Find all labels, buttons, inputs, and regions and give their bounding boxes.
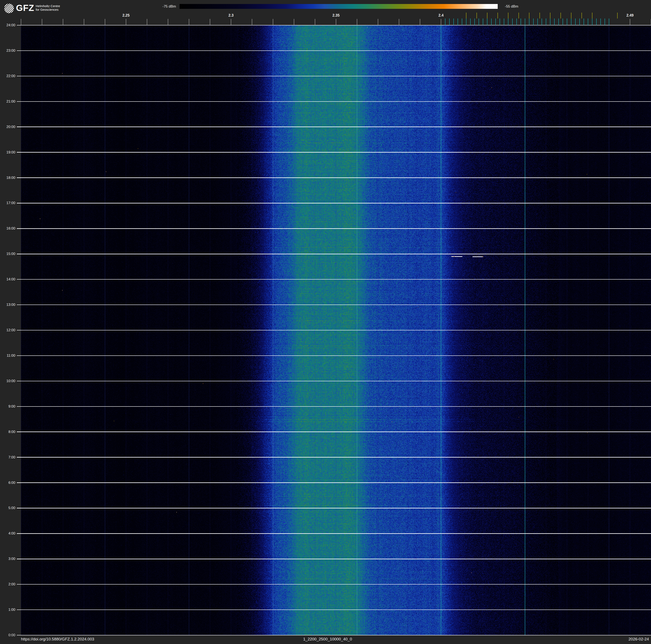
- hour-gridline: [17, 177, 651, 178]
- date-text: 2026-02-24: [628, 637, 649, 642]
- freq-tick-minor: [399, 19, 399, 25]
- ism-band-tick: [504, 19, 504, 25]
- freq-tick-minor: [420, 19, 421, 25]
- ism-band-tick: [445, 19, 445, 25]
- hour-gridline: [17, 228, 651, 229]
- ism-band-tick: [449, 19, 450, 25]
- logo-acronym: GFZ: [16, 3, 34, 13]
- freq-tick-minor: [357, 19, 358, 25]
- hour-gridline: [17, 482, 651, 483]
- time-axis-label: 7:00: [0, 455, 15, 460]
- ism-band-tick: [512, 19, 513, 25]
- hour-gridline: [17, 254, 651, 254]
- hour-gridline: [17, 406, 651, 407]
- hour-gridline: [17, 432, 651, 432]
- wifi-channel-tick: [571, 12, 571, 19]
- ism-band-tick: [508, 19, 508, 25]
- freq-tick-minor: [336, 19, 336, 25]
- time-axis-label: 20:00: [0, 125, 15, 129]
- freq-tick-minor: [441, 19, 441, 25]
- colorbar-min-label: -75 dBm: [162, 4, 176, 9]
- hour-gridline: [17, 279, 651, 280]
- ism-band-tick: [537, 19, 538, 25]
- hour-gridline: [17, 152, 651, 153]
- ism-band-tick: [592, 19, 593, 25]
- freq-tick-minor: [378, 19, 378, 25]
- hour-gridline: [17, 584, 651, 585]
- spectrogram-page: GFZ Helmholtz Centre for Geosciences -75…: [0, 0, 651, 644]
- freq-tick-minor: [210, 19, 210, 25]
- wifi-channel-tick: [487, 12, 488, 19]
- wifi-channel-tick: [508, 12, 508, 19]
- logo-subtitle: Helmholtz Centre for Geosciences: [36, 4, 60, 11]
- hour-gridline: [17, 25, 651, 26]
- filename-text: 1_2200_2500_10000_40_0: [303, 637, 352, 642]
- ism-band-tick: [609, 19, 610, 25]
- freq-tick-minor: [168, 19, 168, 25]
- time-axis-label: 22:00: [0, 74, 15, 78]
- time-axis-label: 18:00: [0, 176, 15, 180]
- time-axis-label: 8:00: [0, 430, 15, 434]
- time-axis-label: 1:00: [0, 608, 15, 612]
- ism-band-tick: [554, 19, 555, 25]
- ism-band-tick: [575, 19, 576, 25]
- hour-gridline: [17, 381, 651, 381]
- ism-band-tick: [563, 19, 563, 25]
- time-axis-label: 23:00: [0, 49, 15, 53]
- time-axis-label: 4:00: [0, 531, 15, 535]
- ism-band-tick: [521, 19, 521, 25]
- wifi-channel-tick: [476, 12, 477, 19]
- ism-band-tick: [458, 19, 458, 25]
- time-axis-label: 15:00: [0, 252, 15, 256]
- time-axis-label: 12:00: [0, 328, 15, 332]
- ism-band-tick: [525, 19, 525, 25]
- time-axis-label: 9:00: [0, 404, 15, 409]
- wifi-channel-tick: [466, 12, 467, 19]
- time-axis-label: 19:00: [0, 150, 15, 154]
- time-axis-label: 24:00: [0, 23, 15, 27]
- wifi-channel-tick: [617, 12, 618, 19]
- ism-band-tick: [495, 19, 496, 25]
- ism-band-tick: [604, 19, 605, 25]
- time-axis-label: 21:00: [0, 99, 15, 104]
- freq-tick-minor: [84, 19, 85, 25]
- ism-band-tick: [600, 19, 601, 25]
- wifi-channel-tick: [582, 12, 582, 19]
- wifi-channel-tick: [560, 12, 561, 19]
- ism-band-tick: [474, 19, 475, 25]
- freq-axis-label: 2.49: [626, 13, 633, 18]
- ism-band-tick: [483, 19, 484, 25]
- ism-band-tick: [571, 19, 571, 25]
- ism-band-tick: [487, 19, 488, 25]
- wifi-channel-tick: [497, 12, 498, 19]
- time-axis-label: 11:00: [0, 354, 15, 358]
- hour-gridline: [17, 203, 651, 203]
- time-axis-label: 14:00: [0, 277, 15, 282]
- freq-axis-label: 2.4: [438, 13, 443, 18]
- freq-tick-minor: [315, 19, 315, 25]
- ism-band-tick: [466, 19, 467, 25]
- freq-tick-minor: [630, 19, 630, 25]
- time-axis-label: 13:00: [0, 303, 15, 307]
- logo-subtitle-line2: for Geosciences: [36, 8, 60, 11]
- ism-band-tick: [579, 19, 580, 25]
- ism-band-tick: [491, 19, 492, 25]
- hour-gridline: [17, 508, 651, 508]
- colorbar: [180, 4, 498, 9]
- freq-tick-minor: [42, 19, 42, 25]
- ism-band-tick: [462, 19, 462, 25]
- time-axis-label: 3:00: [0, 557, 15, 561]
- freq-tick-minor: [252, 19, 252, 25]
- wifi-channel-tick: [539, 12, 540, 19]
- ism-band-tick: [500, 19, 500, 25]
- colorbar-max-label: -55 dBm: [505, 4, 518, 9]
- hour-gridline: [17, 126, 651, 127]
- freq-tick-minor: [21, 19, 22, 25]
- ism-band-tick: [478, 19, 479, 25]
- hour-gridline: [17, 355, 651, 356]
- ism-band-tick: [517, 19, 517, 25]
- wifi-channel-tick: [529, 12, 530, 19]
- time-axis-label: 6:00: [0, 481, 15, 485]
- time-axis-label: 5:00: [0, 506, 15, 510]
- wifi-channel-tick: [592, 12, 593, 19]
